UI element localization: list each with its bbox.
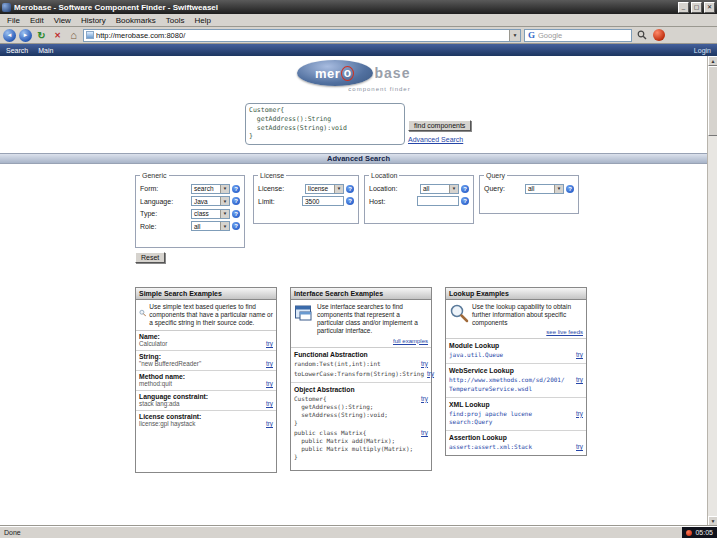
help-icon[interactable]: ? bbox=[566, 185, 574, 193]
help-icon[interactable]: ? bbox=[232, 197, 240, 205]
try-link[interactable]: try bbox=[576, 376, 583, 392]
advanced-search-link[interactable]: Advanced Search bbox=[408, 136, 463, 143]
forward-button[interactable]: ► bbox=[19, 29, 32, 42]
find-components-button[interactable]: find components bbox=[408, 120, 471, 131]
functional-abstraction-section: Functional Abstraction random:Test(int,i… bbox=[291, 348, 431, 383]
panel-title: Interface Search Examples bbox=[291, 288, 431, 300]
scroll-down-button[interactable]: ▼ bbox=[708, 516, 717, 526]
example-value: license:gpl haystack bbox=[139, 420, 195, 427]
menu-bookmarks[interactable]: Bookmarks bbox=[111, 16, 161, 25]
window-icon bbox=[2, 3, 11, 12]
query-label: Query: bbox=[484, 185, 523, 192]
navigation-toolbar: ◄ ► ↻ ✕ ⌂ http://merobase.com:8080/ ▼ G … bbox=[0, 27, 717, 44]
license-select-value: license bbox=[306, 185, 334, 192]
interface-search-examples-panel: Interface Search Examples Use interface … bbox=[290, 287, 432, 471]
try-link[interactable]: try bbox=[421, 360, 428, 368]
try-link[interactable]: try bbox=[421, 395, 428, 427]
try-link[interactable]: try bbox=[576, 351, 583, 359]
help-icon[interactable]: ? bbox=[346, 185, 354, 193]
menu-view[interactable]: View bbox=[49, 16, 76, 25]
help-icon[interactable]: ? bbox=[232, 222, 240, 230]
language-row: Language: Java▼ ? bbox=[140, 196, 240, 206]
magnifier-icon bbox=[139, 303, 146, 323]
example-code: Customer{ getAddress():String; setAddres… bbox=[294, 395, 388, 427]
role-select[interactable]: all▼ bbox=[191, 221, 230, 231]
full-examples-link[interactable]: full examples bbox=[393, 338, 428, 344]
try-link[interactable]: try bbox=[421, 429, 428, 461]
scrollbar-thumb[interactable] bbox=[708, 66, 717, 136]
type-select-value: class bbox=[192, 210, 220, 217]
try-link[interactable]: try bbox=[576, 443, 583, 451]
example-label: Language constraint: bbox=[139, 393, 273, 400]
language-label: Language: bbox=[140, 198, 189, 205]
example-item: Customer{ getAddress():String; setAddres… bbox=[291, 394, 431, 428]
try-link[interactable]: try bbox=[266, 380, 273, 387]
stop-button[interactable]: ✕ bbox=[51, 29, 64, 42]
search-go-button[interactable] bbox=[635, 29, 649, 42]
form-select[interactable]: search▼ bbox=[191, 184, 230, 194]
try-link[interactable]: try bbox=[266, 360, 273, 367]
magnifier-icon bbox=[449, 303, 469, 323]
site-nav-main[interactable]: Main bbox=[38, 47, 53, 54]
menu-history[interactable]: History bbox=[76, 16, 111, 25]
swiftweasel-logo-icon bbox=[653, 29, 665, 41]
object-abstraction-section: Object Abstraction Customer{ getAddress(… bbox=[291, 383, 431, 466]
location-select[interactable]: all▼ bbox=[420, 184, 459, 194]
try-link[interactable]: try bbox=[266, 340, 273, 347]
section-heading: Module Lookup bbox=[446, 339, 586, 350]
try-link[interactable]: try bbox=[427, 370, 434, 378]
type-select[interactable]: class▼ bbox=[191, 209, 230, 219]
example-item: License constraint: license:gpl haystack… bbox=[136, 411, 276, 430]
chevron-down-icon: ▼ bbox=[220, 197, 229, 205]
maximize-button[interactable]: ▢ bbox=[691, 2, 702, 13]
menu-file[interactable]: File bbox=[2, 16, 25, 25]
back-button[interactable]: ◄ bbox=[3, 29, 16, 42]
panel-description: Use simple text based queries to find co… bbox=[136, 300, 276, 331]
menu-tools[interactable]: Tools bbox=[161, 16, 190, 25]
webservice-lookup-section: WebService Lookup http://www.xmethods.co… bbox=[446, 364, 586, 397]
language-select[interactable]: Java▼ bbox=[191, 196, 230, 206]
limit-input[interactable] bbox=[302, 196, 344, 206]
license-select[interactable]: license▼ bbox=[305, 184, 344, 194]
help-icon[interactable]: ? bbox=[232, 185, 240, 193]
browser-window: Merobase - Software Component Finder - S… bbox=[0, 0, 717, 538]
search-query-input[interactable]: Customer{ getAddress():String setAddress… bbox=[245, 103, 405, 145]
limit-row: Limit: ? bbox=[258, 196, 354, 206]
license-row: License: license▼ ? bbox=[258, 184, 354, 194]
menu-edit[interactable]: Edit bbox=[25, 16, 49, 25]
example-item: http://www.xmethods.com/sd/2001/ Tempera… bbox=[446, 375, 586, 393]
try-link[interactable]: try bbox=[576, 410, 583, 426]
chevron-down-icon: ▼ bbox=[513, 32, 518, 38]
close-button[interactable]: ✕ bbox=[704, 2, 715, 13]
page-scrollbar[interactable]: ▲ ▼ bbox=[707, 56, 717, 526]
google-icon: G bbox=[528, 30, 535, 41]
minimize-button[interactable]: _ bbox=[678, 2, 689, 13]
menu-help[interactable]: Help bbox=[189, 16, 215, 25]
login-link[interactable]: Login bbox=[694, 47, 711, 54]
reset-button[interactable]: Reset bbox=[135, 252, 165, 263]
site-nav-search[interactable]: Search bbox=[6, 47, 28, 54]
help-icon[interactable]: ? bbox=[232, 210, 240, 218]
help-icon[interactable]: ? bbox=[461, 185, 469, 193]
reload-button[interactable]: ↻ bbox=[35, 29, 48, 42]
help-icon[interactable]: ? bbox=[346, 197, 354, 205]
url-dropdown-button[interactable]: ▼ bbox=[509, 30, 520, 41]
url-bar[interactable]: http://merobase.com:8080/ ▼ bbox=[83, 29, 521, 42]
license-label: License: bbox=[258, 185, 303, 192]
query-row: Query: all▼ ? bbox=[484, 184, 574, 194]
try-link[interactable]: try bbox=[266, 420, 273, 427]
example-code: random:Test(int,int):int bbox=[294, 360, 381, 368]
host-input[interactable] bbox=[417, 196, 459, 206]
try-link[interactable]: try bbox=[266, 400, 273, 407]
form-label: Form: bbox=[140, 185, 189, 192]
live-feeds-link[interactable]: see live feeds bbox=[546, 329, 583, 335]
home-button[interactable]: ⌂ bbox=[67, 29, 80, 42]
location-fieldset: Location Location: all▼ ? Host: ? bbox=[364, 172, 474, 224]
help-icon[interactable]: ? bbox=[461, 197, 469, 205]
advanced-search-header: Advanced Search bbox=[0, 153, 717, 164]
window-titlebar: Merobase - Software Component Finder - S… bbox=[0, 0, 717, 14]
query-select[interactable]: all▼ bbox=[525, 184, 564, 194]
web-search-input[interactable]: G Google bbox=[524, 29, 632, 42]
scroll-up-button[interactable]: ▲ bbox=[708, 56, 717, 66]
url-text[interactable]: http://merobase.com:8080/ bbox=[96, 31, 507, 40]
